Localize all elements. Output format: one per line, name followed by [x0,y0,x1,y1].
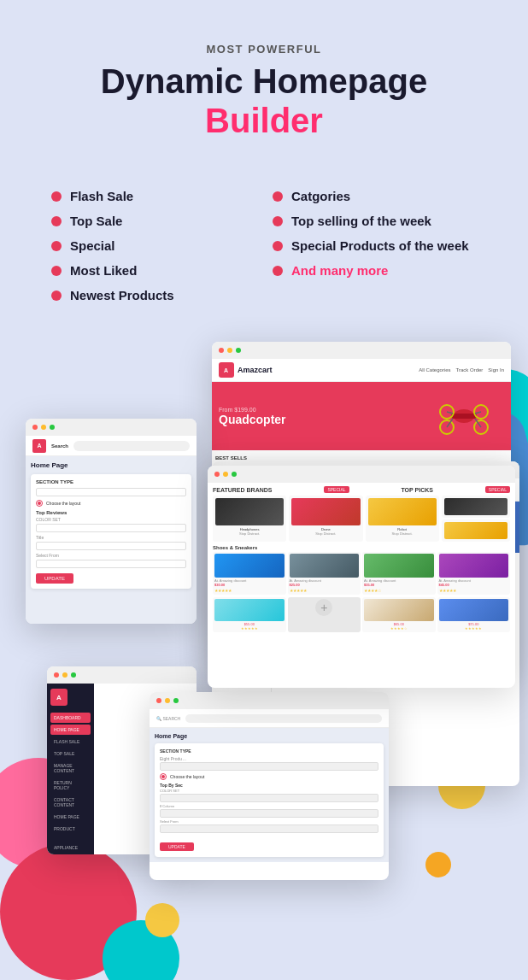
sidebar-item-top-sale[interactable]: TOP SALE [50,748,91,759]
sidebar-item-contact[interactable]: CONTACT CONTENT [50,795,91,810]
sc-hero-text: Quadcopter [219,413,286,426]
browser-dot-red [219,348,224,353]
sc-nav: All Categories Track Order Sign In [419,367,504,373]
sc-radio[interactable] [36,500,43,507]
sc-btm-update-btn[interactable]: UPDATE [160,842,194,851]
header-section: MOST POWERFUL Dynamic Homepage Builder [0,0,528,158]
sc-shoe-item: At. Amazing discount $30.00 ★★★★★ [213,552,286,595]
furn-img [214,599,285,621]
browser-bar-btm-left [47,666,197,684]
browser-dot-green [50,425,55,430]
browser-bar-btm-main [150,692,389,709]
mockup-section: A Amazcart All Categories Track Order Si… [0,342,528,906]
sc-shoe-item3: At. Amazing discount $35.00 ★★★★☆ [362,552,436,595]
sidebar-item-manage[interactable]: MANAGE CONTENT [50,760,91,776]
browser-bar-prod [208,466,515,483]
screenshot-left: A Search Home Page SECTION TYPE Ch [26,419,197,624]
browser-dot-yellow [227,348,232,353]
browser-dot-yellow [223,472,228,477]
feature-most-liked: Most Liked [51,258,255,283]
bullet-icon [51,241,62,251]
bullet-icon [273,241,283,251]
sc-btm-radio[interactable] [160,773,167,780]
sc-input-section-type[interactable] [36,488,186,496]
feature-label: Flash Sale [70,189,133,203]
shoe-img4 [439,554,509,578]
sc-logo-box: A [219,362,234,378]
sidebar-item-flash[interactable]: FLASH SALE [50,736,91,747]
top-pick-img [444,498,507,515]
sc-logo-text: Amazcart [238,366,273,374]
features-col1: Flash Sale Top Sale Special Most Liked N… [51,184,255,308]
title-line1: Dynamic Homepage [17,62,511,100]
sc-submit-btn[interactable]: UPDATE [36,573,73,584]
sidebar-item-return[interactable]: RETURN POLICY [50,778,91,793]
browser-dot-green [173,698,179,703]
sidebar-item-dashboard[interactable]: DASHBOARD [50,713,91,723]
sc-form-group [36,488,186,496]
sc-input-select-from[interactable] [36,560,186,568]
browser-dot-green [71,672,76,678]
sc-small-logo: A [32,439,46,453]
brand-sub3: Stop Distract. [368,531,437,536]
bullet-icon [273,191,283,202]
sc-furn-item2: + [288,597,361,632]
feature-label: Top Sale [70,214,122,228]
feature-top-selling: Top selling of the week [273,208,477,233]
sc-btm-radio-row: Choose the layout [160,773,378,780]
sc-btm-form-card: SECTION TYPE Eight Produ… Choose the lay… [155,743,384,857]
sc-shoe-item4: At. Amazing discount $45.00 ★★★★★ [437,552,511,595]
sc-hero: From $199.00 Quadcopter [212,382,511,450]
sidebar-item-appliance[interactable]: APPLIANCE [50,842,91,853]
subtitle: MOST POWERFUL [17,43,511,56]
sc-input-color-set[interactable] [36,524,186,532]
sc-top-picks [442,496,510,542]
sc-sidebar-nav: A DASHBOARD HOME PAGE FLASH SALE TOP SAL… [47,684,94,854]
sidebar-item-homepage2[interactable]: HOME PAGE [50,812,91,822]
browser-dot-yellow [41,425,46,430]
bullet-icon [51,191,62,202]
sc-form-card: SECTION TYPE Choose the layout Top Revie… [31,474,191,589]
sc-shoes-row: At. Amazing discount $30.00 ★★★★★ At. Am… [213,552,510,595]
sc-shoes-label: Shoes & Sneakers [213,545,510,550]
sc-brand-item2: Drone Stop Distract. [289,496,362,542]
sc-btm-topbar: 🔍 SEARCH [150,709,389,728]
bullet-icon [51,266,62,276]
sc-brands-row: Headphones Stop Distract. Drone Stop Dis… [213,496,510,542]
screenshot-products-main: FEATURED BRANDS SPECIAL TOP PICKS SPECIA… [208,466,515,688]
bullet-icon [273,216,283,226]
features-col2: Catgories Top selling of the week Specia… [273,184,477,308]
browser-dot-green [236,348,241,353]
sc-header: A Amazcart All Categories Track Order Si… [212,359,511,382]
screenshot-bottom-main: 🔍 SEARCH Home Page SECTION TYPE Eight Pr… [150,692,389,880]
browser-bar-left [26,419,197,436]
feature-label: Top selling of the week [291,214,431,228]
sc-top-pick-item2 [442,519,510,542]
feature-label: Newest Products [70,288,174,302]
feature-special: Special [51,233,255,258]
brand-sub2: Stop Distract. [291,531,360,536]
svg-text:A: A [224,367,228,373]
browser-dot-red [214,472,220,477]
shoe-img3 [364,554,434,578]
sidebar-item-home[interactable]: HOME PAGE [50,725,91,735]
sc-btm-form-title: Home Page [155,733,384,739]
bg-circle-yellow3 [145,903,179,937]
browser-dot-yellow [165,698,170,703]
browser-dot-red [54,672,59,678]
browser-dot-red [156,698,161,703]
sc-form-area: Home Page SECTION TYPE Choose the layout… [26,456,197,624]
sc-top-pick-item [442,496,510,518]
top-pick-img2 [444,522,507,539]
svg-line-9 [475,412,481,414]
sidebar-item-product[interactable]: PRODUCT [50,824,91,834]
browser-dot-green [232,472,237,477]
sc-btm-content: 🔍 SEARCH Home Page SECTION TYPE Eight Pr… [150,709,389,862]
sc-input-title[interactable] [36,542,186,550]
bullet-icon [273,266,283,276]
sc-special-badge2: SPECIAL [485,486,510,493]
brand-sub: Stop Distract. [215,531,284,536]
sc-nav-item: Sign In [488,367,504,373]
feature-label: Most Liked [70,263,137,278]
feature-and-more: And many more [273,258,477,283]
